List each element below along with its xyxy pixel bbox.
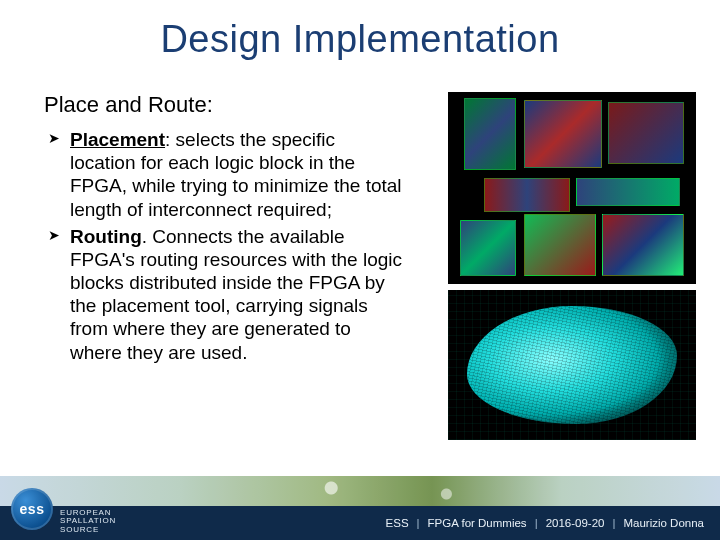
footer-doc: FPGA for Dummies — [428, 517, 527, 529]
bullet-list: Placement: selects the specific location… — [44, 128, 404, 364]
footer-sep: | — [535, 517, 538, 529]
footer-sep: | — [612, 517, 615, 529]
footer: ess EUROPEAN SPALLATION SOURCE ESS | FPG… — [0, 476, 720, 540]
footer-meta: ESS | FPGA for Dummies | 2016-09-20 | Ma… — [386, 506, 704, 540]
bullet-lead: Routing — [70, 226, 142, 247]
ess-logo-icon: ess — [11, 488, 53, 530]
ess-logo-text: EUROPEAN SPALLATION SOURCE — [60, 509, 116, 534]
bullet-item: Routing. Connects the available FPGA's r… — [70, 225, 404, 364]
footer-bar: ess EUROPEAN SPALLATION SOURCE ESS | FPG… — [0, 506, 720, 540]
footer-decorative-band — [0, 476, 720, 506]
fpga-layout-image — [448, 92, 696, 284]
fpga-routing-image — [448, 290, 696, 440]
slide: Design Implementation Place and Route: P… — [0, 0, 720, 540]
bullet-lead: Placement — [70, 129, 165, 150]
bullet-item: Placement: selects the specific location… — [70, 128, 404, 221]
footer-author: Maurizio Donna — [623, 517, 704, 529]
footer-sep: | — [417, 517, 420, 529]
image-stack — [448, 92, 696, 440]
footer-date: 2016-09-20 — [546, 517, 605, 529]
slide-title: Design Implementation — [0, 0, 720, 61]
logo-line: SOURCE — [60, 526, 116, 534]
footer-org: ESS — [386, 517, 409, 529]
